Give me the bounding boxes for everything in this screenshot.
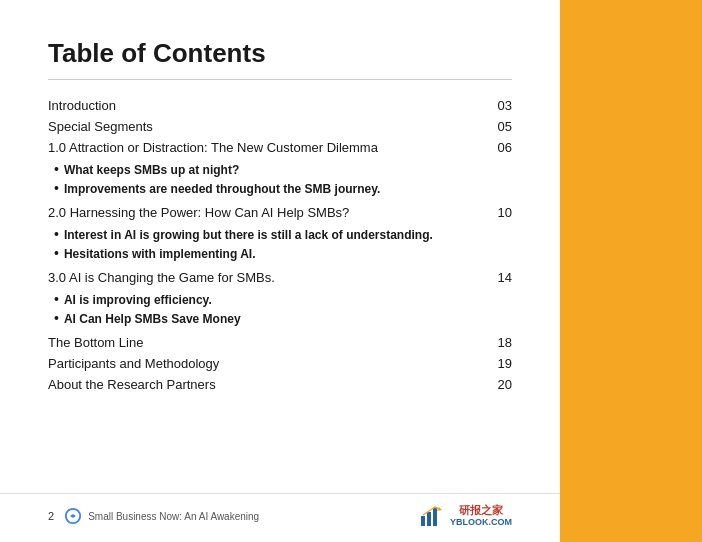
- watermark-text-block: 研报之家 YBLOOK.COM: [450, 504, 512, 528]
- watermark-line2: YBLOOK.COM: [450, 517, 512, 528]
- footer-page-number: 2: [48, 510, 54, 522]
- page-container: Table of Contents Introduction 03 Specia…: [0, 0, 702, 542]
- bullet-dot: •: [54, 180, 59, 196]
- watermark-line1: 研报之家: [450, 504, 512, 517]
- toc-bullet-3-2: • AI Can Help SMBs Save Money: [54, 310, 512, 326]
- footer-report-title: Small Business Now: An AI Awakening: [88, 511, 418, 522]
- toc-entry-about: About the Research Partners 20: [48, 377, 512, 392]
- bullet-dot: •: [54, 161, 59, 177]
- toc-bullet-1-1: • What keeps SMBs up at night?: [54, 161, 512, 177]
- toc-heading: Table of Contents: [48, 38, 512, 69]
- toc-bullet-3-1: • AI is improving efficiency.: [54, 291, 512, 307]
- toc-bullet-2-1: • Interest in AI is growing but there is…: [54, 226, 512, 242]
- toc-bullet-text-1-2: Improvements are needed throughout the S…: [64, 182, 380, 196]
- bullet-dot: •: [54, 291, 59, 307]
- toc-label-participants: Participants and Methodology: [48, 356, 490, 371]
- toc-label-about: About the Research Partners: [48, 377, 490, 392]
- toc-num-participants: 19: [490, 356, 512, 371]
- toc-entry-special: Special Segments 05: [48, 119, 512, 134]
- toc-entry-bottom: The Bottom Line 18: [48, 335, 512, 350]
- toc-bullet-text-2-2: Hesitations with implementing AI.: [64, 247, 256, 261]
- toc-entry-section1: 1.0 Attraction or Distraction: The New C…: [48, 140, 512, 155]
- watermark: 研报之家 YBLOOK.COM: [418, 502, 512, 530]
- svg-rect-2: [427, 512, 431, 526]
- toc-label-section2: 2.0 Harnessing the Power: How Can AI Hel…: [48, 205, 490, 220]
- toc-bullet-2-2: • Hesitations with implementing AI.: [54, 245, 512, 261]
- svg-rect-1: [421, 516, 425, 526]
- toc-bullet-1-2: • Improvements are needed throughout the…: [54, 180, 512, 196]
- bullet-dot: •: [54, 245, 59, 261]
- toc-label-section3: 3.0 AI is Changing the Game for SMBs.: [48, 270, 490, 285]
- toc-label-section1: 1.0 Attraction or Distraction: The New C…: [48, 140, 490, 155]
- toc-num-section2: 10: [490, 205, 512, 220]
- toc-entry-intro: Introduction 03: [48, 98, 512, 113]
- toc-entry-participants: Participants and Methodology 19: [48, 356, 512, 371]
- orange-sidebar: [560, 0, 702, 542]
- toc-bullet-text-3-1: AI is improving efficiency.: [64, 293, 212, 307]
- toc-num-intro: 03: [490, 98, 512, 113]
- toc-label-intro: Introduction: [48, 98, 490, 113]
- toc-bullet-text-2-1: Interest in AI is growing but there is s…: [64, 228, 433, 242]
- toc-label-special: Special Segments: [48, 119, 490, 134]
- footer: 2 Small Business Now: An AI Awakening 研报…: [0, 493, 560, 530]
- toc-entry-section3: 3.0 AI is Changing the Game for SMBs. 14: [48, 270, 512, 285]
- watermark-chart-icon: [418, 502, 446, 530]
- toc-bullet-text-1-1: What keeps SMBs up at night?: [64, 163, 239, 177]
- toc-num-bottom: 18: [490, 335, 512, 350]
- toc-bullet-text-3-2: AI Can Help SMBs Save Money: [64, 312, 241, 326]
- toc-entry-section2: 2.0 Harnessing the Power: How Can AI Hel…: [48, 205, 512, 220]
- toc-num-section3: 14: [490, 270, 512, 285]
- bullet-dot: •: [54, 310, 59, 326]
- toc-num-section1: 06: [490, 140, 512, 155]
- toc-divider: [48, 79, 512, 80]
- toc-num-special: 05: [490, 119, 512, 134]
- main-content: Table of Contents Introduction 03 Specia…: [0, 0, 560, 542]
- toc-label-bottom: The Bottom Line: [48, 335, 490, 350]
- bullet-dot: •: [54, 226, 59, 242]
- footer-logo-icon: [64, 507, 82, 525]
- svg-rect-3: [433, 508, 437, 526]
- toc-num-about: 20: [490, 377, 512, 392]
